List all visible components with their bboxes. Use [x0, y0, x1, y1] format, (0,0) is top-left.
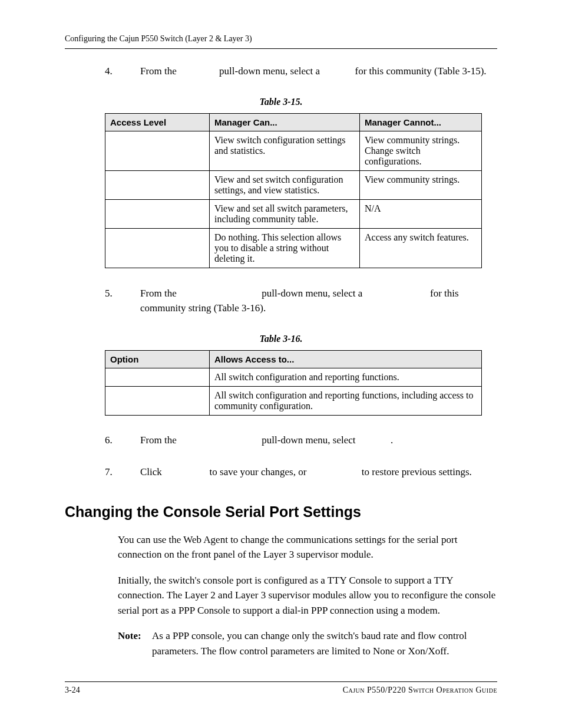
step-7-text-c: to restore previous settings. [359, 466, 472, 477]
cell-manager-cannot: View community strings. [360, 170, 482, 199]
cell-manager-cannot: N/A [360, 199, 482, 228]
step-6-text-c: . [391, 434, 393, 446]
step-5: 5.From the pull-down menu, select a for … [105, 286, 497, 316]
cell-manager-can: View and set switch configuration settin… [210, 170, 360, 199]
footer-page-number: 3-24 [65, 686, 80, 695]
body-paragraph: Initially, the switch's console port is … [118, 573, 497, 618]
note-block: Note: As a PPP console, you can change o… [118, 628, 497, 658]
step-6-text-b: pull-down menu, select [259, 434, 358, 446]
cell-access-level [105, 131, 210, 170]
note-body: As a PPP console, you can change only th… [152, 628, 497, 658]
step-4: 4.From the pull-down menu, select a for … [105, 64, 497, 79]
step-7-number: 7. [105, 465, 140, 480]
cell-option [105, 386, 210, 415]
step-6-text-a: From the [140, 434, 179, 446]
cell-access-level [105, 170, 210, 199]
table-3-15: Access Level Manager Can... Manager Cann… [105, 113, 482, 268]
step-5-text-a: From the [140, 288, 179, 299]
cell-manager-can: Do nothing. This selection allows you to… [210, 228, 360, 268]
step-4-text-c: for this community (Table 3-15). [352, 65, 486, 77]
col-header-access-level: Access Level [105, 113, 210, 131]
table-row: Option Allows Access to... [105, 350, 482, 368]
table-row: Access Level Manager Can... Manager Cann… [105, 113, 482, 131]
table-row: View and set all switch parameters, incl… [105, 199, 482, 228]
step-4-text-b: pull-down menu, select a [217, 65, 322, 77]
col-header-manager-cannot: Manager Cannot... [360, 113, 482, 131]
cell-option [105, 368, 210, 386]
table-row: All switch configuration and reporting f… [105, 368, 482, 386]
table-row: View switch configuration settings and s… [105, 131, 482, 170]
cell-manager-cannot: View community strings. Change switch co… [360, 131, 482, 170]
cell-manager-can: View and set all switch parameters, incl… [210, 199, 360, 228]
step-5-text-b: pull-down menu, select a [259, 288, 365, 299]
col-header-allows-access: Allows Access to... [210, 350, 482, 368]
step-7-text-b: to save your changes, or [207, 466, 309, 477]
step-4-text-a: From the [140, 65, 179, 77]
page-footer: 3-24 Cajun P550/P220 Switch Operation Gu… [65, 681, 497, 695]
cell-allows-access: All switch configuration and reporting f… [210, 368, 482, 386]
cell-manager-cannot: Access any switch features. [360, 228, 482, 268]
footer-guide-title: Cajun P550/P220 Switch Operation Guide [343, 686, 497, 695]
step-6-number: 6. [105, 433, 140, 448]
note-label: Note: [118, 628, 152, 658]
table-3-16: Option Allows Access to... All switch co… [105, 350, 482, 416]
table-3-15-caption: Table 3-15. [65, 97, 497, 107]
table-row: All switch configuration and reporting f… [105, 386, 482, 415]
body-paragraph: You can use the Web Agent to change the … [118, 532, 497, 562]
col-header-manager-can: Manager Can... [210, 113, 360, 131]
running-header: Configuring the Cajun P550 Switch (Layer… [65, 34, 497, 44]
cell-access-level [105, 228, 210, 268]
step-7: 7.Click to save your changes, or to rest… [105, 465, 497, 480]
cell-access-level [105, 199, 210, 228]
step-7-text-a: Click [140, 466, 164, 477]
page: Configuring the Cajun P550 Switch (Layer… [0, 0, 562, 728]
step-6: 6.From the pull-down menu, select . [105, 433, 497, 448]
section-heading-console-serial-port: Changing the Console Serial Port Setting… [65, 503, 497, 521]
footer-rule [65, 681, 497, 682]
header-rule [65, 48, 497, 49]
table-row: View and set switch configuration settin… [105, 170, 482, 199]
cell-allows-access: All switch configuration and reporting f… [210, 386, 482, 415]
table-row: Do nothing. This selection allows you to… [105, 228, 482, 268]
step-5-number: 5. [105, 286, 140, 301]
cell-manager-can: View switch configuration settings and s… [210, 131, 360, 170]
table-3-16-caption: Table 3-16. [65, 334, 497, 344]
step-4-number: 4. [105, 64, 140, 79]
col-header-option: Option [105, 350, 210, 368]
